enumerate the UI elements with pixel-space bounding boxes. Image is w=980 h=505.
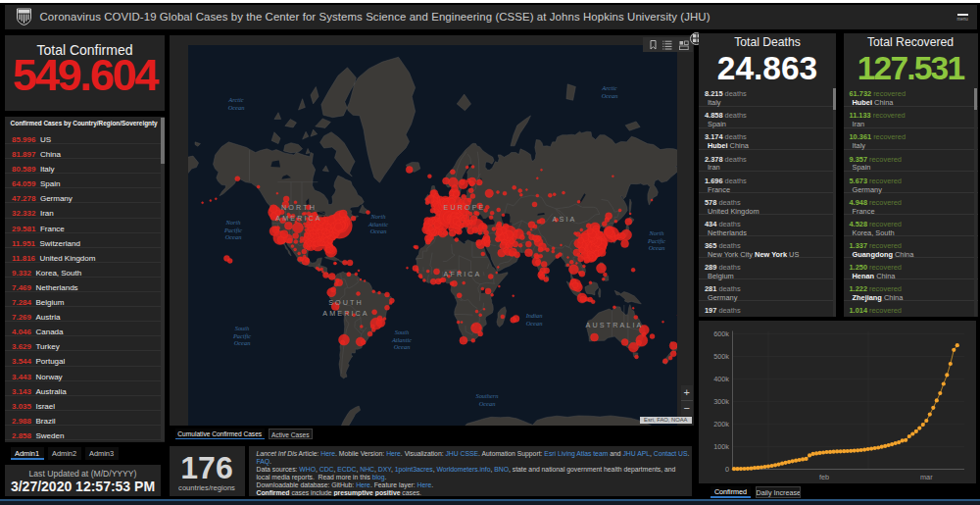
svg-text:Ocean: Ocean	[526, 320, 543, 327]
svg-text:North: North	[370, 213, 386, 220]
svg-text:Ocean: Ocean	[394, 343, 411, 350]
svg-text:Arctic: Arctic	[227, 96, 244, 103]
svg-text:EUROPE: EUROPE	[444, 203, 486, 212]
svg-text:AMERICA: AMERICA	[322, 309, 368, 318]
svg-text:AUSTRALIA: AUSTRALIA	[586, 321, 644, 329]
svg-text:feb: feb	[819, 473, 829, 481]
svg-text:100k: 100k	[713, 442, 729, 451]
svg-text:Atlantic: Atlantic	[391, 336, 412, 343]
svg-text:North: North	[225, 219, 241, 226]
svg-text:Pacific: Pacific	[647, 237, 665, 244]
svg-text:South: South	[395, 328, 410, 335]
svg-text:600k: 600k	[713, 329, 729, 338]
svg-text:Ocean: Ocean	[649, 244, 665, 251]
svg-text:Pacific: Pacific	[232, 332, 251, 339]
svg-text:Ocean: Ocean	[225, 233, 242, 240]
svg-text:Arctic: Arctic	[601, 84, 617, 91]
svg-text:AMERICA: AMERICA	[275, 214, 321, 223]
svg-text:Ocean: Ocean	[602, 92, 618, 99]
svg-text:North: North	[649, 229, 664, 236]
svg-text:SOUTH: SOUTH	[328, 298, 364, 307]
svg-text:South: South	[235, 325, 250, 331]
svg-text:Ocean: Ocean	[234, 339, 251, 346]
svg-text:NORTH: NORTH	[281, 203, 317, 212]
svg-text:200k: 200k	[713, 420, 729, 429]
svg-text:Ocean: Ocean	[479, 400, 496, 407]
svg-text:500k: 500k	[713, 352, 729, 361]
svg-text:Ocean: Ocean	[228, 104, 245, 111]
svg-text:400k: 400k	[713, 375, 729, 383]
svg-text:300k: 300k	[713, 397, 729, 406]
svg-text:0: 0	[725, 465, 729, 474]
svg-text:Southern: Southern	[475, 392, 498, 399]
svg-text:mar: mar	[920, 473, 933, 481]
svg-text:Pacific: Pacific	[223, 227, 242, 233]
svg-text:Indian: Indian	[525, 312, 543, 319]
svg-text:ASIA: ASIA	[553, 215, 577, 224]
svg-text:Atlantic: Atlantic	[368, 221, 388, 227]
svg-text:AFRICA: AFRICA	[444, 270, 482, 278]
svg-text:Ocean: Ocean	[370, 227, 387, 234]
